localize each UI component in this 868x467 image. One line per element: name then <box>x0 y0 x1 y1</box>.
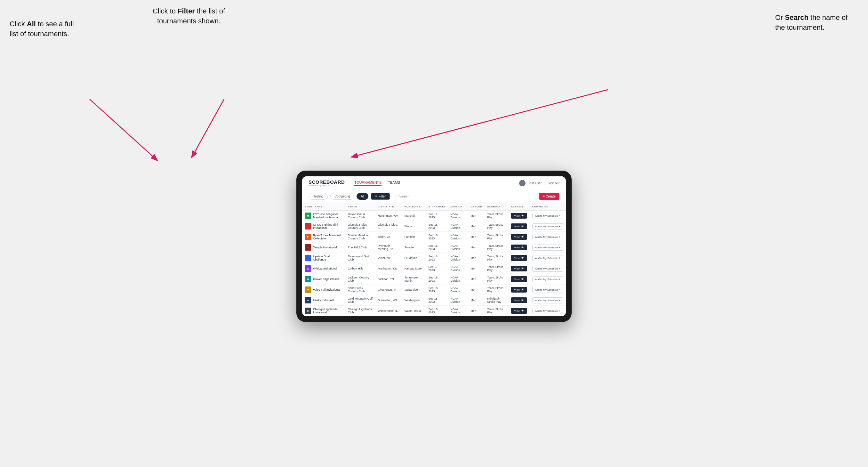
add-to-schedule-button-5[interactable]: Add to My Schedule + <box>532 266 563 272</box>
add-to-schedule-button-6[interactable]: Add to My Schedule + <box>532 276 563 282</box>
sign-out-link[interactable]: Sign out <box>548 182 559 185</box>
eye-icon-3: 👁 <box>521 246 524 249</box>
view-button-4[interactable]: View 👁 <box>511 255 527 261</box>
cell-venue-6: Jackson Country Club <box>345 274 375 285</box>
cell-city-1: Olympia Fields, IL <box>375 221 402 232</box>
table-row: T Temple Invitational The 1912 Club Plym… <box>302 242 566 253</box>
col-gender: GENDER <box>468 203 485 211</box>
cell-division-7: NCAA Division I <box>448 285 468 295</box>
cell-venue-1: Olympia Fields Country Club <box>345 221 375 232</box>
view-button-7[interactable]: View 👁 <box>511 287 527 292</box>
view-button-2[interactable]: View 👁 <box>511 234 527 240</box>
cell-actions-1: View 👁 <box>508 221 529 232</box>
table-row: F Ryan T. Lee Memorial Collegiate Shuttl… <box>302 232 566 242</box>
cell-competing-7: Add to My Schedule + <box>530 285 566 295</box>
main-nav: TOURNAMENTS TEAMS <box>354 181 400 186</box>
cell-event-name-1: I OFCC Fighting Illini Invitational <box>302 221 345 232</box>
event-name-text-3: Temple Invitational <box>313 246 337 249</box>
logo-text: SCOREBOARD <box>309 180 345 184</box>
cell-hosted-7: Valparaiso <box>402 285 426 295</box>
cell-division-1: NCAA Division I <box>448 221 468 232</box>
cell-division-0: NCAA Division I <box>448 211 468 221</box>
tab-competing[interactable]: Competing <box>330 193 354 200</box>
add-to-schedule-button-4[interactable]: Add to My Schedule + <box>532 255 563 261</box>
event-name-text-9: Chicago Highlands Invitational <box>313 308 343 314</box>
cell-scoring-3: Team, Stroke Play <box>485 242 508 253</box>
eye-icon-1: 👁 <box>521 225 524 228</box>
user-name: Test User <box>528 182 541 185</box>
add-to-schedule-button-8[interactable]: Add to My Schedule + <box>532 298 563 304</box>
add-to-schedule-button-7[interactable]: Add to My Schedule + <box>532 287 563 293</box>
cell-city-9: Westchester, IL <box>375 306 402 316</box>
eye-icon-7: 👁 <box>521 288 524 291</box>
logo-area: SCOREBOARD Powered by clipp'd <box>309 180 345 187</box>
view-button-0[interactable]: View 👁 <box>511 213 527 219</box>
event-logo-9: C <box>305 308 311 314</box>
add-to-schedule-button-2[interactable]: Add to My Schedule + <box>532 234 563 240</box>
plus-icon-0: + <box>559 214 560 217</box>
plus-icon-5: + <box>559 267 560 270</box>
cell-competing-0: Add to My Schedule + <box>530 211 566 221</box>
cell-division-2: NCAA Division I <box>448 232 468 242</box>
cell-scoring-9: Team, Stroke Play <box>485 306 508 316</box>
plus-icon-3: + <box>559 246 560 249</box>
cell-hosted-3: Temple <box>402 242 426 253</box>
cell-gender-8: Men <box>468 295 485 306</box>
event-logo-1: I <box>305 223 311 229</box>
table-row: C Chicago Highlands Invitational Chicago… <box>302 306 566 316</box>
cell-gender-7: Men <box>468 285 485 295</box>
col-hosted-by: HOSTED BY <box>402 203 426 211</box>
view-button-9[interactable]: View 👁 <box>511 308 527 314</box>
table-body: M 2023 Joe Feaganes Marshall Invitationa… <box>302 211 566 316</box>
cell-event-name-4: ↑ Upstate Dual Challenge <box>302 253 345 263</box>
add-to-schedule-button-9[interactable]: Add to My Schedule + <box>532 308 563 314</box>
cell-event-name-5: W Wildcat Invitational <box>302 263 345 274</box>
annotation-top-center: Click to Filter the list oftournaments s… <box>134 6 243 26</box>
col-event-name: EVENT NAME <box>302 203 345 211</box>
view-button-3[interactable]: View 👁 <box>511 245 527 250</box>
cell-date-9: Sep 18, 2023 <box>426 306 448 316</box>
create-button[interactable]: + Create <box>539 193 559 200</box>
nav-tournaments[interactable]: TOURNAMENTS <box>354 181 381 186</box>
view-button-5[interactable]: View 👁 <box>511 266 527 272</box>
col-scoring: SCORING <box>485 203 508 211</box>
cell-city-2: Berlin, CT <box>375 232 402 242</box>
nav-teams[interactable]: TEAMS <box>388 181 400 186</box>
col-city-state: CITY, STATE <box>375 203 402 211</box>
cell-division-6: NCAA Division I <box>448 274 468 285</box>
annotation-top-left: Click All to see a full list of tourname… <box>9 19 80 39</box>
cell-date-7: Sep 18, 2023 <box>426 285 448 295</box>
cell-scoring-2: Team, Stroke Play <box>485 232 508 242</box>
tab-all[interactable]: All <box>356 193 368 200</box>
view-button-6[interactable]: View 👁 <box>511 276 527 282</box>
add-to-schedule-button-3[interactable]: Add to My Schedule + <box>532 245 563 251</box>
event-name-text-6: Grover Page Classic <box>313 278 340 281</box>
cell-city-5: Manhattan, KS <box>375 263 402 274</box>
cell-venue-0: Guyan Golf & Country Club <box>345 211 375 221</box>
search-input[interactable] <box>396 193 536 200</box>
header-right: U Test User | Sign out <box>519 180 559 186</box>
cell-event-name-8: W Husky Individual <box>302 295 345 306</box>
add-to-schedule-button-0[interactable]: Add to My Schedule + <box>532 213 563 219</box>
eye-icon-2: 👁 <box>521 235 524 239</box>
tab-hosting[interactable]: Hosting <box>309 193 328 200</box>
event-name-text-0: 2023 Joe Feaganes Marshall Invitational <box>313 213 343 219</box>
col-competing: COMPETING <box>530 203 566 211</box>
view-button-8[interactable]: View 👁 <box>511 298 527 303</box>
cell-gender-4: Men <box>468 253 485 263</box>
cell-city-4: Victor, NY <box>375 253 402 263</box>
view-button-1[interactable]: View 👁 <box>511 223 527 229</box>
cell-date-4: Sep 16, 2023 <box>426 253 448 263</box>
filter-button[interactable]: ≡ Filter <box>371 193 390 200</box>
cell-venue-5: Colbert Hills <box>345 263 375 274</box>
cell-event-name-0: M 2023 Joe Feaganes Marshall Invitationa… <box>302 211 345 221</box>
event-name-text-8: Husky Individual <box>313 299 334 302</box>
cell-competing-4: Add to My Schedule + <box>530 253 566 263</box>
cell-actions-4: View 👁 <box>508 253 529 263</box>
table-row: G Grover Page Classic Jackson Country Cl… <box>302 274 566 285</box>
cell-city-8: Bremerton, WA <box>375 295 402 306</box>
add-to-schedule-button-1[interactable]: Add to My Schedule + <box>532 223 563 229</box>
cell-division-4: NCAA Division I <box>448 253 468 263</box>
plus-icon-8: + <box>559 299 560 302</box>
cell-venue-8: Gold Mountain Golf Club <box>345 295 375 306</box>
